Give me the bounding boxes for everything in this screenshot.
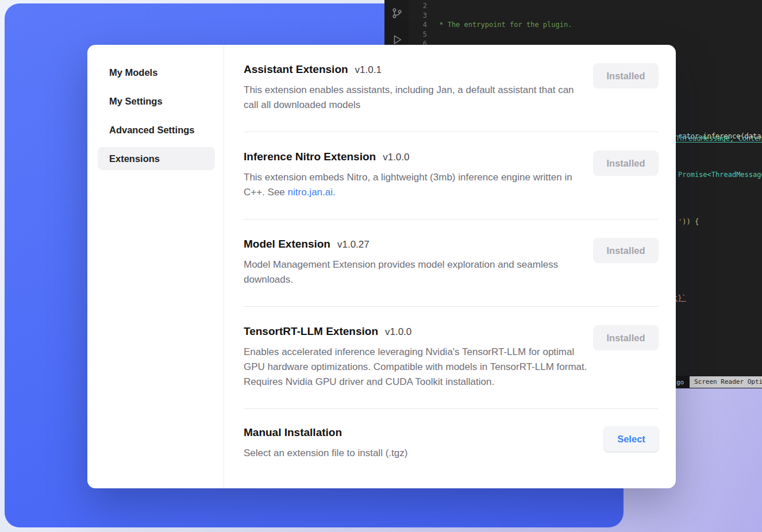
manual-installation-row: Manual Installation Select an extension … (244, 409, 659, 481)
sidebar-item-my-models[interactable]: My Models (98, 61, 215, 84)
extension-row-nitro: Inference Nitro Extensionv1.0.0 This ext… (244, 132, 659, 219)
line-number: 3 (409, 11, 427, 21)
code-token: )) { (682, 218, 699, 226)
extension-title: TensortRT-LLM Extension (244, 325, 378, 337)
screen-reader-badge: Screen Reader Optimized (690, 376, 762, 388)
extension-title: Model Extension (244, 238, 330, 250)
installed-button[interactable]: Installed (593, 238, 659, 263)
line-number: 4 (409, 20, 427, 30)
code-token: rator. (678, 132, 703, 140)
extension-title: Assistant Extension (244, 63, 348, 75)
settings-modal: My Models My Settings Advanced Settings … (87, 45, 676, 488)
line-numbers: 2 3 4 5 6 (409, 1, 427, 49)
extension-description: Model Management Extension provides mode… (244, 257, 588, 287)
extension-header: Model Extensionv1.0.27 (244, 238, 588, 250)
sidebar-item-advanced-settings[interactable]: Advanced Settings (98, 118, 215, 141)
sidebar-item-extensions[interactable]: Extensions (98, 147, 215, 170)
select-file-button[interactable]: Select (604, 426, 659, 452)
extension-version: v1.0.0 (383, 152, 409, 163)
installed-button[interactable]: Installed (593, 63, 659, 88)
manual-installation-title: Manual Installation (244, 426, 342, 438)
extension-row-assistant: Assistant Extensionv1.0.1 This extension… (244, 45, 659, 132)
code-line: * The entrypoint for the plugin. (435, 20, 762, 30)
nitro-link[interactable]: nitro.jan.ai. (288, 187, 336, 198)
extension-version: v1.0.0 (385, 326, 411, 337)
extension-version: v1.0.27 (337, 239, 370, 250)
extension-description: This extension enables assistants, inclu… (244, 83, 588, 113)
extension-row-model: Model Extensionv1.0.27 Model Management … (244, 219, 659, 307)
manual-installation-description: Select an extension file to install (.tg… (244, 446, 588, 461)
extension-info: TensortRT-LLM Extensionv1.0.0 Enables ac… (244, 325, 588, 390)
settings-sidebar: My Models My Settings Advanced Settings … (87, 45, 224, 488)
extension-description: This extension embeds Nitro, a lightweig… (244, 170, 588, 200)
sidebar-item-my-settings[interactable]: My Settings (98, 90, 215, 113)
code-fragment: Promise<ThreadMessage> (678, 170, 762, 180)
extension-header: Inference Nitro Extensionv1.0.0 (244, 151, 588, 163)
run-debug-icon[interactable] (391, 33, 403, 46)
line-number: 5 (409, 30, 427, 40)
installed-button[interactable]: Installed (593, 151, 659, 176)
code-fragment: rator.inference(data)); (678, 132, 762, 141)
extension-info: Inference Nitro Extensionv1.0.0 This ext… (244, 151, 588, 200)
desktop-stage: 2 3 4 5 6 * The entrypoint for the plugi… (0, 0, 762, 532)
extension-header: Assistant Extensionv1.0.1 (244, 63, 588, 76)
installed-button[interactable]: Installed (593, 325, 659, 350)
line-number: 2 (409, 1, 427, 11)
extension-info: Manual Installation Select an extension … (244, 426, 588, 461)
extension-info: Assistant Extensionv1.0.1 This extension… (244, 63, 588, 113)
extension-header: TensortRT-LLM Extensionv1.0.0 (244, 325, 588, 338)
extension-row-tensorrt: TensortRT-LLM Extensionv1.0.0 Enables ac… (244, 307, 659, 409)
code-fragment: ')) { (678, 217, 699, 227)
extension-info: Model Extensionv1.0.27 Model Management … (244, 238, 588, 287)
source-control-icon[interactable] (391, 7, 403, 20)
code-token: (data)); (740, 132, 762, 140)
code-token: inference (703, 132, 740, 140)
extension-description: Enables accelerated inference leveraging… (244, 345, 588, 390)
status-language-label: go (676, 378, 684, 388)
extension-header: Manual Installation (244, 426, 588, 439)
extension-version: v1.0.1 (355, 64, 382, 75)
extension-title: Inference Nitro Extension (244, 151, 376, 163)
extensions-list: Assistant Extensionv1.0.1 This extension… (244, 45, 659, 488)
